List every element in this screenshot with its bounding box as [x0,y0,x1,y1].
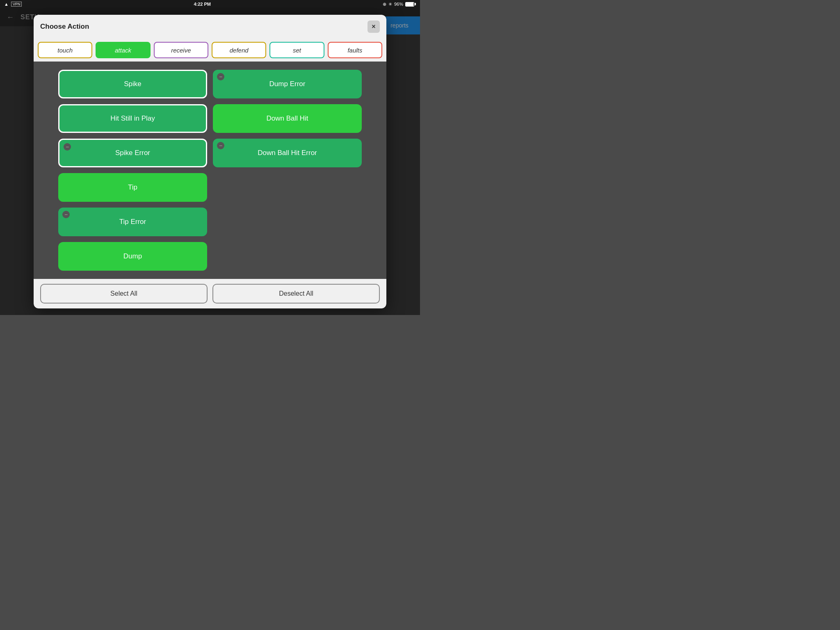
empty-cell-1 [213,173,362,202]
minus-badge: − [217,73,224,80]
minus-badge-4: − [62,211,70,218]
empty-cell-3 [213,242,362,271]
deselect-all-button[interactable]: Deselect All [212,284,380,304]
select-all-button[interactable]: Select All [40,284,208,304]
tip-button[interactable]: Tip [58,173,207,202]
modal-title: Choose Action [40,23,89,31]
status-bar: ▲ VPN 4:22 PM ⊕ ✳ 96% [0,0,420,8]
modal-footer: Select All Deselect All [34,279,386,308]
status-time: 4:22 PM [194,2,211,7]
tab-set[interactable]: set [269,42,324,58]
tab-faults[interactable]: faults [328,42,382,58]
spike-error-button[interactable]: − Spike Error [58,139,207,167]
empty-cell-2 [213,208,362,236]
modal-body: Spike − Dump Error Hit Still in Play Dow… [34,62,386,279]
modal-header: Choose Action × [34,15,386,39]
choose-action-modal: Choose Action × touch attack receive def… [34,15,386,308]
hit-still-in-play-button[interactable]: Hit Still in Play [58,104,207,133]
tab-row: touch attack receive defend set faults [34,39,386,62]
battery-percent: 96% [394,2,403,7]
down-ball-hit-error-button[interactable]: − Down Ball Hit Error [213,139,362,167]
status-left: ▲ VPN [4,2,22,7]
modal-close-button[interactable]: × [368,21,380,33]
bluetooth-icon: ✳ [388,2,392,7]
modal-overlay: Choose Action × touch attack receive def… [0,8,420,315]
location-icon: ⊕ [383,2,386,7]
dump-error-button[interactable]: − Dump Error [213,70,362,98]
tip-error-button[interactable]: − Tip Error [58,208,207,236]
tab-defend[interactable]: defend [212,42,266,58]
tab-touch[interactable]: touch [38,42,92,58]
battery-icon [405,2,416,7]
minus-badge-2: − [64,143,71,151]
wifi-icon: ▲ [4,2,9,7]
tab-attack[interactable]: attack [96,42,150,58]
tab-receive[interactable]: receive [154,42,208,58]
dump-button[interactable]: Dump [58,242,207,271]
spike-button[interactable]: Spike [58,70,207,98]
minus-badge-3: − [217,142,224,149]
status-right: ⊕ ✳ 96% [383,2,416,7]
vpn-badge: VPN [11,2,22,7]
down-ball-hit-button[interactable]: Down Ball Hit [213,104,362,133]
